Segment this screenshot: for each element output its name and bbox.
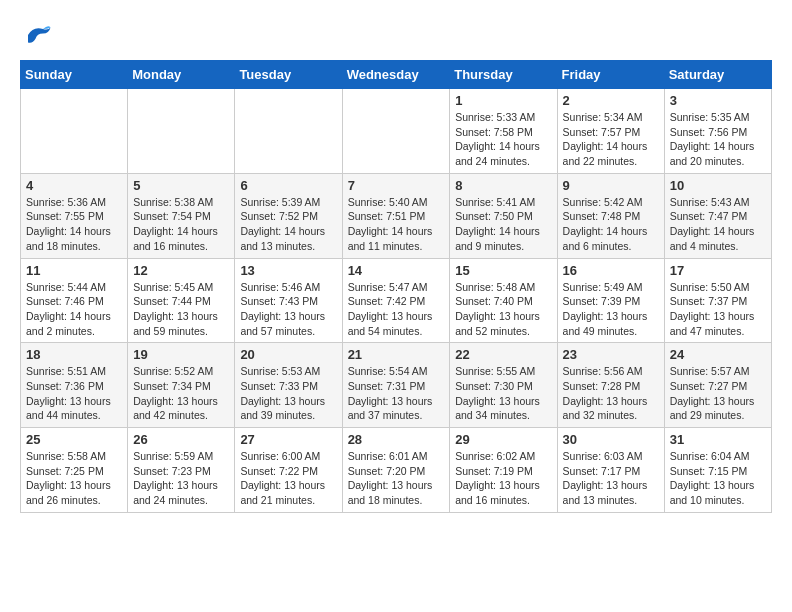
day-number: 19 [133,347,229,362]
calendar-cell: 3Sunrise: 5:35 AM Sunset: 7:56 PM Daylig… [664,89,771,174]
day-number: 22 [455,347,551,362]
calendar-cell: 22Sunrise: 5:55 AM Sunset: 7:30 PM Dayli… [450,343,557,428]
day-number: 27 [240,432,336,447]
cell-content: Sunrise: 5:44 AM Sunset: 7:46 PM Dayligh… [26,280,122,339]
calendar-cell: 12Sunrise: 5:45 AM Sunset: 7:44 PM Dayli… [128,258,235,343]
cell-content: Sunrise: 5:56 AM Sunset: 7:28 PM Dayligh… [563,364,659,423]
calendar-cell: 28Sunrise: 6:01 AM Sunset: 7:20 PM Dayli… [342,428,450,513]
calendar-header-row: SundayMondayTuesdayWednesdayThursdayFrid… [21,61,772,89]
calendar-cell: 2Sunrise: 5:34 AM Sunset: 7:57 PM Daylig… [557,89,664,174]
day-number: 14 [348,263,445,278]
calendar-cell: 27Sunrise: 6:00 AM Sunset: 7:22 PM Dayli… [235,428,342,513]
day-number: 26 [133,432,229,447]
cell-content: Sunrise: 5:57 AM Sunset: 7:27 PM Dayligh… [670,364,766,423]
day-number: 18 [26,347,122,362]
calendar-cell: 1Sunrise: 5:33 AM Sunset: 7:58 PM Daylig… [450,89,557,174]
day-header-monday: Monday [128,61,235,89]
calendar-week-row: 1Sunrise: 5:33 AM Sunset: 7:58 PM Daylig… [21,89,772,174]
calendar-cell: 31Sunrise: 6:04 AM Sunset: 7:15 PM Dayli… [664,428,771,513]
day-number: 15 [455,263,551,278]
calendar-cell: 20Sunrise: 5:53 AM Sunset: 7:33 PM Dayli… [235,343,342,428]
cell-content: Sunrise: 5:52 AM Sunset: 7:34 PM Dayligh… [133,364,229,423]
calendar-week-row: 11Sunrise: 5:44 AM Sunset: 7:46 PM Dayli… [21,258,772,343]
calendar-cell: 17Sunrise: 5:50 AM Sunset: 7:37 PM Dayli… [664,258,771,343]
day-number: 12 [133,263,229,278]
day-number: 31 [670,432,766,447]
cell-content: Sunrise: 5:43 AM Sunset: 7:47 PM Dayligh… [670,195,766,254]
day-number: 11 [26,263,122,278]
day-number: 29 [455,432,551,447]
calendar-cell: 29Sunrise: 6:02 AM Sunset: 7:19 PM Dayli… [450,428,557,513]
cell-content: Sunrise: 5:50 AM Sunset: 7:37 PM Dayligh… [670,280,766,339]
day-number: 30 [563,432,659,447]
calendar-table: SundayMondayTuesdayWednesdayThursdayFrid… [20,60,772,513]
calendar-cell: 25Sunrise: 5:58 AM Sunset: 7:25 PM Dayli… [21,428,128,513]
cell-content: Sunrise: 5:35 AM Sunset: 7:56 PM Dayligh… [670,110,766,169]
cell-content: Sunrise: 6:01 AM Sunset: 7:20 PM Dayligh… [348,449,445,508]
day-number: 7 [348,178,445,193]
cell-content: Sunrise: 5:53 AM Sunset: 7:33 PM Dayligh… [240,364,336,423]
day-header-thursday: Thursday [450,61,557,89]
cell-content: Sunrise: 6:03 AM Sunset: 7:17 PM Dayligh… [563,449,659,508]
cell-content: Sunrise: 6:04 AM Sunset: 7:15 PM Dayligh… [670,449,766,508]
calendar-cell [128,89,235,174]
calendar-cell: 4Sunrise: 5:36 AM Sunset: 7:55 PM Daylig… [21,173,128,258]
calendar-cell: 11Sunrise: 5:44 AM Sunset: 7:46 PM Dayli… [21,258,128,343]
cell-content: Sunrise: 5:54 AM Sunset: 7:31 PM Dayligh… [348,364,445,423]
cell-content: Sunrise: 5:41 AM Sunset: 7:50 PM Dayligh… [455,195,551,254]
cell-content: Sunrise: 6:02 AM Sunset: 7:19 PM Dayligh… [455,449,551,508]
cell-content: Sunrise: 5:55 AM Sunset: 7:30 PM Dayligh… [455,364,551,423]
calendar-cell: 30Sunrise: 6:03 AM Sunset: 7:17 PM Dayli… [557,428,664,513]
day-number: 8 [455,178,551,193]
cell-content: Sunrise: 5:48 AM Sunset: 7:40 PM Dayligh… [455,280,551,339]
page-header [20,20,772,50]
day-number: 23 [563,347,659,362]
day-number: 28 [348,432,445,447]
cell-content: Sunrise: 5:51 AM Sunset: 7:36 PM Dayligh… [26,364,122,423]
day-number: 21 [348,347,445,362]
calendar-cell: 10Sunrise: 5:43 AM Sunset: 7:47 PM Dayli… [664,173,771,258]
cell-content: Sunrise: 5:42 AM Sunset: 7:48 PM Dayligh… [563,195,659,254]
calendar-cell: 14Sunrise: 5:47 AM Sunset: 7:42 PM Dayli… [342,258,450,343]
day-number: 17 [670,263,766,278]
calendar-cell [21,89,128,174]
calendar-cell: 24Sunrise: 5:57 AM Sunset: 7:27 PM Dayli… [664,343,771,428]
calendar-cell [235,89,342,174]
cell-content: Sunrise: 5:58 AM Sunset: 7:25 PM Dayligh… [26,449,122,508]
calendar-cell: 26Sunrise: 5:59 AM Sunset: 7:23 PM Dayli… [128,428,235,513]
calendar-cell: 21Sunrise: 5:54 AM Sunset: 7:31 PM Dayli… [342,343,450,428]
cell-content: Sunrise: 5:49 AM Sunset: 7:39 PM Dayligh… [563,280,659,339]
calendar-cell: 7Sunrise: 5:40 AM Sunset: 7:51 PM Daylig… [342,173,450,258]
calendar-cell: 8Sunrise: 5:41 AM Sunset: 7:50 PM Daylig… [450,173,557,258]
calendar-cell: 23Sunrise: 5:56 AM Sunset: 7:28 PM Dayli… [557,343,664,428]
calendar-cell: 18Sunrise: 5:51 AM Sunset: 7:36 PM Dayli… [21,343,128,428]
cell-content: Sunrise: 6:00 AM Sunset: 7:22 PM Dayligh… [240,449,336,508]
day-number: 3 [670,93,766,108]
calendar-week-row: 4Sunrise: 5:36 AM Sunset: 7:55 PM Daylig… [21,173,772,258]
day-number: 13 [240,263,336,278]
day-number: 2 [563,93,659,108]
day-number: 1 [455,93,551,108]
cell-content: Sunrise: 5:39 AM Sunset: 7:52 PM Dayligh… [240,195,336,254]
cell-content: Sunrise: 5:34 AM Sunset: 7:57 PM Dayligh… [563,110,659,169]
calendar-cell: 16Sunrise: 5:49 AM Sunset: 7:39 PM Dayli… [557,258,664,343]
day-number: 9 [563,178,659,193]
calendar-cell: 19Sunrise: 5:52 AM Sunset: 7:34 PM Dayli… [128,343,235,428]
cell-content: Sunrise: 5:47 AM Sunset: 7:42 PM Dayligh… [348,280,445,339]
calendar-week-row: 18Sunrise: 5:51 AM Sunset: 7:36 PM Dayli… [21,343,772,428]
calendar-cell [342,89,450,174]
day-number: 24 [670,347,766,362]
day-number: 16 [563,263,659,278]
day-number: 6 [240,178,336,193]
cell-content: Sunrise: 5:45 AM Sunset: 7:44 PM Dayligh… [133,280,229,339]
calendar-cell: 6Sunrise: 5:39 AM Sunset: 7:52 PM Daylig… [235,173,342,258]
cell-content: Sunrise: 5:46 AM Sunset: 7:43 PM Dayligh… [240,280,336,339]
day-header-tuesday: Tuesday [235,61,342,89]
day-header-friday: Friday [557,61,664,89]
day-number: 25 [26,432,122,447]
cell-content: Sunrise: 5:38 AM Sunset: 7:54 PM Dayligh… [133,195,229,254]
day-header-wednesday: Wednesday [342,61,450,89]
cell-content: Sunrise: 5:33 AM Sunset: 7:58 PM Dayligh… [455,110,551,169]
calendar-cell: 13Sunrise: 5:46 AM Sunset: 7:43 PM Dayli… [235,258,342,343]
logo-bird-icon [22,20,52,50]
